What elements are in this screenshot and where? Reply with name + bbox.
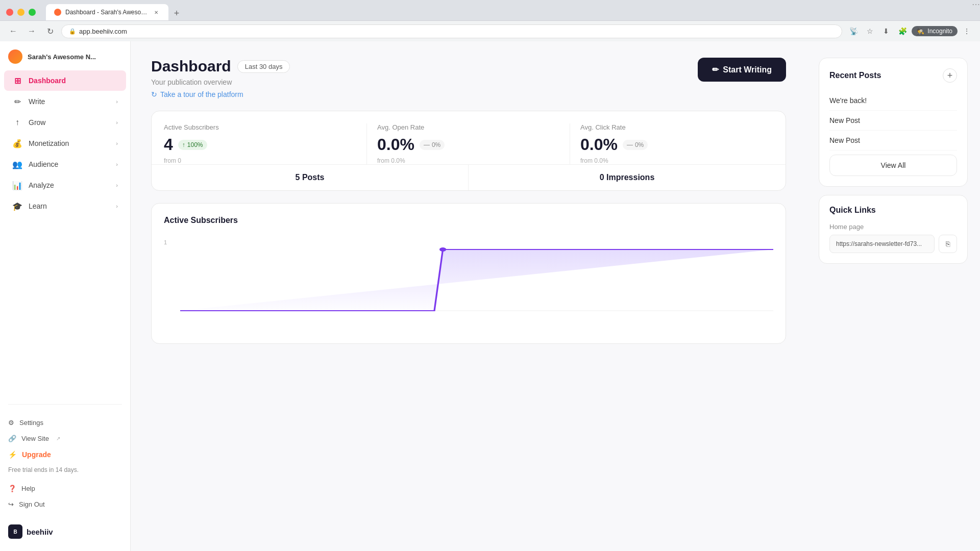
browser-chrome: Dashboard - Sarah's Awesome N... ✕ + ← →… bbox=[0, 0, 980, 41]
period-selector[interactable]: Last 30 days bbox=[237, 60, 290, 73]
cast-icon[interactable]: 📡 bbox=[846, 24, 861, 38]
chart-y-label: 1 bbox=[164, 239, 167, 245]
avg-click-rate-value: 0.0% bbox=[580, 135, 618, 154]
incognito-label: Incognito bbox=[927, 28, 952, 35]
dashboard-subtitle: Your publication overview bbox=[151, 78, 290, 86]
external-icon: ↗ bbox=[56, 436, 60, 441]
chevron-down-icon-monetization: › bbox=[116, 140, 118, 146]
home-page-label: Home page bbox=[829, 223, 957, 231]
sidebar: Sarah's Awesome N... ⊞ Dashboard ✏ Write… bbox=[0, 41, 131, 551]
dashboard-title-area: Dashboard Last 30 days Your publication … bbox=[151, 58, 290, 98]
avg-click-rate-from: from 0.0% bbox=[580, 157, 763, 164]
recent-posts-card: Recent Posts + We're back! New Post New … bbox=[819, 58, 968, 187]
menu-icon[interactable]: ⋮ bbox=[960, 24, 974, 38]
dashboard-icon: ⊞ bbox=[12, 76, 22, 86]
sidebar-label-analyze: Analyze bbox=[29, 181, 110, 189]
sidebar-item-upgrade[interactable]: ⚡ Upgrade bbox=[8, 446, 122, 463]
address-bar[interactable]: 🔒 app.beehiiv.com bbox=[61, 24, 842, 38]
add-post-btn[interactable]: + bbox=[943, 68, 957, 83]
sidebar-label-audience: Audience bbox=[29, 160, 110, 168]
incognito-icon: 🕵 bbox=[917, 28, 924, 35]
sidebar-nav: ⊞ Dashboard ✏ Write › ↑ Grow › 💰 Monetiz… bbox=[0, 68, 130, 400]
address-text: app.beehiiv.com bbox=[79, 28, 835, 35]
post-title-1: We're back! bbox=[829, 96, 867, 105]
sidebar-item-help[interactable]: ❓ Help bbox=[8, 481, 122, 496]
chart-title: Active Subscribers bbox=[164, 216, 238, 225]
download-icon[interactable]: ⬇ bbox=[879, 24, 893, 38]
minus-icon-open: — bbox=[424, 141, 430, 148]
chart-section: Active Subscribers ⋯ 1 bbox=[151, 203, 786, 344]
up-arrow-icon: ↑ bbox=[182, 141, 185, 148]
home-page-input-row: https://sarahs-newsletter-fd73... ⎘ bbox=[829, 235, 957, 253]
post-title-2: New Post bbox=[829, 116, 860, 124]
copy-url-btn[interactable]: ⎘ bbox=[939, 235, 957, 253]
new-tab-btn[interactable]: + bbox=[169, 6, 184, 20]
toolbar-actions: 📡 ☆ ⬇ 🧩 🕵 Incognito ⋮ bbox=[846, 24, 974, 38]
reload-btn[interactable]: ↻ bbox=[43, 24, 57, 38]
minus-icon-click: — bbox=[627, 141, 633, 148]
sidebar-item-sign-out[interactable]: ↪ Sign Out bbox=[8, 496, 122, 512]
maximize-window-btn[interactable] bbox=[29, 9, 36, 16]
external-link-icon: 🔗 bbox=[8, 435, 16, 442]
stat-avg-open-rate: Avg. Open Rate 0.0% — 0% from 0.0% bbox=[367, 123, 570, 164]
stat-avg-click-rate: Avg. Click Rate 0.0% — 0% from 0.0% bbox=[570, 123, 773, 164]
start-writing-button[interactable]: ✏ Start Writing bbox=[698, 58, 786, 82]
sidebar-item-grow[interactable]: ↑ Grow › bbox=[4, 112, 126, 133]
chart-line-area bbox=[180, 239, 773, 321]
trial-info: Free trial ends in 14 days. bbox=[8, 463, 122, 481]
stats-top: Active Subscribers 4 ↑ 100% from 0 Avg. … bbox=[152, 111, 786, 164]
chevron-down-icon-grow: › bbox=[116, 119, 118, 126]
sidebar-item-dashboard[interactable]: ⊞ Dashboard bbox=[4, 70, 126, 91]
tab-favicon bbox=[54, 9, 61, 16]
beehiiv-logo-icon: B bbox=[8, 524, 22, 539]
sidebar-item-monetization[interactable]: 💰 Monetization › bbox=[4, 133, 126, 154]
quick-links-card: Quick Links Home page https://sarahs-new… bbox=[819, 195, 968, 264]
sidebar-item-view-site[interactable]: 🔗 View Site ↗ bbox=[8, 431, 122, 446]
grow-icon: ↑ bbox=[12, 117, 22, 128]
sidebar-label-monetization: Monetization bbox=[29, 139, 110, 147]
impressions-count: 0 Impressions bbox=[600, 173, 655, 182]
forward-btn[interactable]: → bbox=[24, 24, 39, 38]
sidebar-item-write[interactable]: ✏ Write › bbox=[4, 91, 126, 112]
sign-out-label: Sign Out bbox=[19, 500, 45, 508]
view-all-posts-btn[interactable]: View All bbox=[829, 155, 957, 176]
tour-link[interactable]: ↻ Take a tour of the platform bbox=[151, 90, 290, 98]
publication-avatar bbox=[8, 49, 22, 64]
home-page-url-display: https://sarahs-newsletter-fd73... bbox=[829, 235, 935, 253]
monetization-icon: 💰 bbox=[12, 138, 22, 148]
post-title-3: New Post bbox=[829, 136, 860, 144]
post-item-1[interactable]: We're back! bbox=[829, 91, 957, 111]
impressions-count-col: 0 Impressions bbox=[469, 165, 786, 190]
posts-count-col: 5 Posts bbox=[152, 165, 469, 190]
active-subscribers-value: 4 bbox=[164, 135, 173, 154]
stats-wrapper: Active Subscribers 4 ↑ 100% from 0 Avg. … bbox=[151, 111, 786, 191]
write-icon: ✏ bbox=[12, 96, 22, 107]
start-writing-label: Start Writing bbox=[723, 65, 772, 74]
sidebar-item-analyze[interactable]: 📊 Analyze › bbox=[4, 175, 126, 195]
sidebar-item-audience[interactable]: 👥 Audience › bbox=[4, 154, 126, 174]
lock-icon: 🔒 bbox=[69, 28, 76, 35]
quick-links-title: Quick Links bbox=[829, 206, 957, 215]
stats-bottom: 5 Posts 0 Impressions bbox=[152, 164, 786, 190]
recent-posts-title: Recent Posts bbox=[829, 71, 881, 80]
sidebar-item-learn[interactable]: 🎓 Learn › bbox=[4, 196, 126, 216]
incognito-badge[interactable]: 🕵 Incognito bbox=[912, 26, 958, 36]
tab-title: Dashboard - Sarah's Awesome N... bbox=[65, 9, 148, 16]
active-tab[interactable]: Dashboard - Sarah's Awesome N... ✕ bbox=[46, 4, 168, 20]
stat-active-subscribers: Active Subscribers 4 ↑ 100% from 0 bbox=[164, 123, 367, 164]
recent-posts-header: Recent Posts + bbox=[829, 68, 957, 83]
post-item-3[interactable]: New Post bbox=[829, 131, 957, 151]
minimize-window-btn[interactable] bbox=[17, 9, 24, 16]
back-btn[interactable]: ← bbox=[6, 24, 20, 38]
bookmark-icon[interactable]: ☆ bbox=[863, 24, 877, 38]
close-window-btn[interactable] bbox=[6, 9, 13, 16]
avg-open-rate-badge: — 0% bbox=[420, 140, 445, 150]
avg-open-rate-value: 0.0% bbox=[377, 135, 414, 154]
active-subscribers-badge: ↑ 100% bbox=[178, 140, 207, 150]
post-item-2[interactable]: New Post bbox=[829, 111, 957, 131]
extensions-icon[interactable]: 🧩 bbox=[895, 24, 910, 38]
tab-close-btn[interactable]: ✕ bbox=[152, 8, 160, 16]
sidebar-item-settings[interactable]: ⚙ Settings bbox=[8, 415, 122, 431]
tab-bar: Dashboard - Sarah's Awesome N... ✕ + bbox=[40, 4, 190, 20]
help-label: Help bbox=[21, 485, 35, 492]
